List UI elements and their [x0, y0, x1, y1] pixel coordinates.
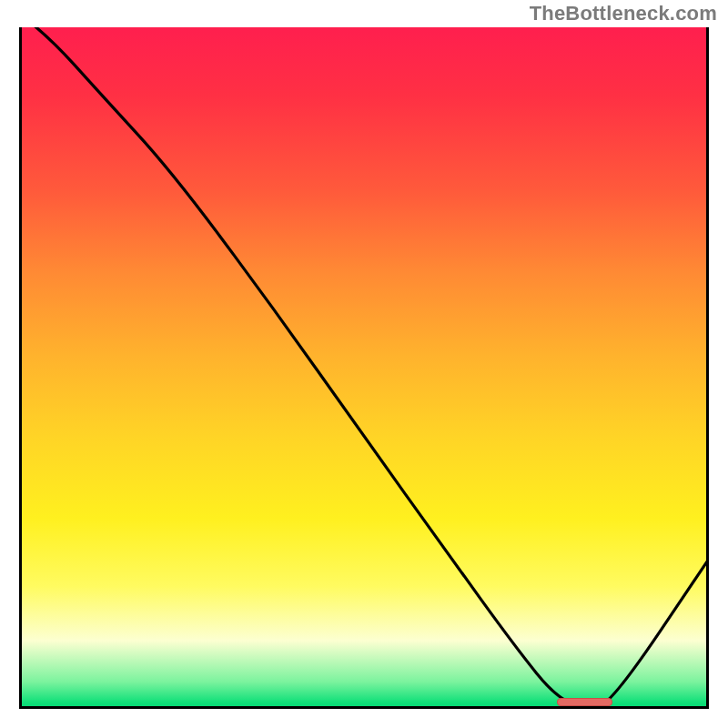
- chart-plot-area: [19, 27, 709, 709]
- chart-axes: [19, 27, 709, 709]
- attribution-text: TheBottleneck.com: [530, 2, 717, 25]
- chart-axis-right: [706, 27, 709, 709]
